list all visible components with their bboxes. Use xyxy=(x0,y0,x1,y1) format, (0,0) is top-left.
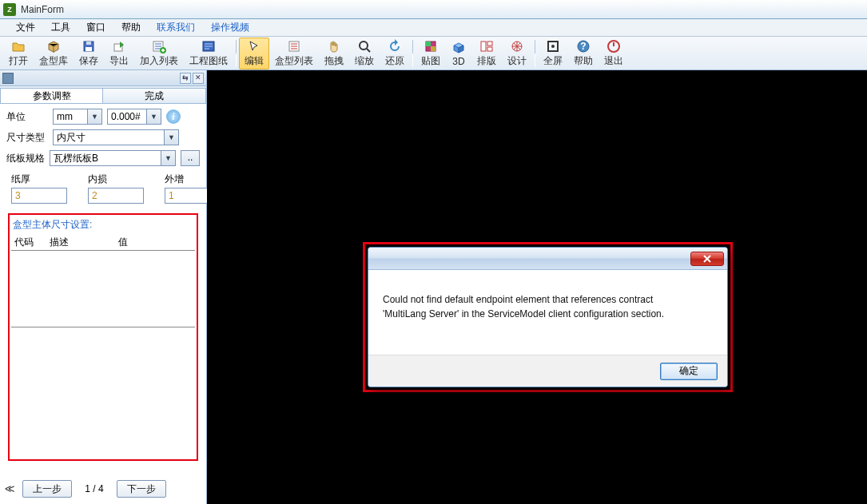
menu-video[interactable]: 操作视频 xyxy=(203,21,257,34)
cursor-icon xyxy=(247,39,261,54)
toolbar-exit-button[interactable]: 退出 xyxy=(599,38,629,69)
window-title: MainForm xyxy=(21,4,64,15)
thickness-input[interactable] xyxy=(11,188,67,204)
toolbar-separator xyxy=(412,40,413,67)
panel-pin-icon[interactable]: ⇆ xyxy=(180,73,191,84)
dialog-line2: 'MultiLang Server' in the ServiceModel c… xyxy=(383,307,713,321)
dialog-message: Could not find default endpoint element … xyxy=(368,270,727,355)
toolbar-addlist-button[interactable]: 加入列表 xyxy=(134,38,184,69)
toolbar-label: 拖拽 xyxy=(324,54,344,68)
menu-window[interactable]: 窗口 xyxy=(78,21,113,34)
viewport[interactable]: Could not find default endpoint element … xyxy=(207,70,867,504)
svg-point-8 xyxy=(360,42,368,50)
toolbar-layout-button[interactable]: 排版 xyxy=(471,38,502,69)
chevron-down-icon[interactable]: ▼ xyxy=(88,109,102,125)
dimtype-label: 尺寸类型 xyxy=(6,131,48,145)
tab-done[interactable]: 完成 xyxy=(103,88,206,103)
innerloss-input[interactable] xyxy=(88,188,144,204)
menu-help[interactable]: 帮助 xyxy=(113,21,149,34)
hand-icon xyxy=(327,39,341,54)
info-icon[interactable]: i xyxy=(166,109,181,124)
toolbar-label: 导出 xyxy=(109,54,129,68)
svg-rect-13 xyxy=(487,42,492,46)
toolbar-separator xyxy=(535,40,535,67)
format-select[interactable] xyxy=(107,109,147,125)
col-desc: 描述 xyxy=(50,236,118,249)
toolbar-label: 还原 xyxy=(385,54,404,68)
toolbar-help-button[interactable]: ?帮助 xyxy=(568,38,599,69)
board-select[interactable] xyxy=(50,150,161,166)
toolbar-label: 盒型列表 xyxy=(275,54,313,68)
col-value: 值 xyxy=(118,236,166,249)
col-code: 代码 xyxy=(14,236,50,249)
close-icon[interactable] xyxy=(690,252,724,266)
toolbar-fullscreen-button[interactable]: 全屏 xyxy=(538,38,568,69)
wizard-next-button[interactable]: 下一步 xyxy=(117,480,166,498)
toolbar-drag-button[interactable]: 拖拽 xyxy=(319,38,349,69)
wizard-bar: << 上一步 1 / 4 下一步 xyxy=(5,478,201,499)
export-icon xyxy=(112,39,126,54)
panel-close-icon[interactable]: ✕ xyxy=(193,73,204,84)
cube-icon xyxy=(451,41,466,55)
dialog-footer: 确定 xyxy=(368,355,727,387)
toolbar-label: 打开 xyxy=(9,54,28,68)
design-icon xyxy=(510,39,524,54)
toolbar-edit-button[interactable]: 编辑 xyxy=(239,38,269,69)
toolbar-texture-button[interactable]: 贴图 xyxy=(416,38,446,69)
dialog-ok-button[interactable]: 确定 xyxy=(660,363,718,380)
toolbar-3d-button[interactable]: 3D xyxy=(446,38,471,69)
app-icon: Z xyxy=(3,3,16,16)
svg-rect-12 xyxy=(481,42,486,51)
box-icon xyxy=(46,39,61,54)
toolbar-label: 加入列表 xyxy=(140,54,178,68)
svg-rect-10 xyxy=(426,42,431,46)
sidebar: ⇆ ✕ 参数调整 完成 单位 ▼ ▼ i 尺寸类型 xyxy=(0,70,207,504)
toolbar-label: 编辑 xyxy=(245,54,264,68)
toolbar-engdraw-button[interactable]: 工程图纸 xyxy=(184,38,233,69)
toolbar-export-button[interactable]: 导出 xyxy=(104,38,134,69)
error-dialog: Could not find default endpoint element … xyxy=(368,247,728,387)
toolbar-zoom-button[interactable]: 缩放 xyxy=(349,38,380,69)
panel-icon xyxy=(2,73,14,84)
toolbar-label: 退出 xyxy=(604,54,623,68)
svg-rect-1 xyxy=(86,42,91,45)
board-browse-button[interactable]: .. xyxy=(181,150,200,166)
main-dimensions-title: 盒型主体尺寸设置: xyxy=(13,218,92,232)
exit-icon xyxy=(607,39,621,54)
disk-icon xyxy=(82,39,96,54)
toolbar-boxlib-button[interactable]: 盒型库 xyxy=(34,38,74,69)
toolbar-label: 缩放 xyxy=(355,54,374,68)
zoom-icon xyxy=(357,39,372,54)
chevron-down-icon[interactable]: ▼ xyxy=(161,150,176,166)
chevron-down-icon[interactable]: ▼ xyxy=(147,109,161,125)
toolbar-design-button[interactable]: 设计 xyxy=(502,38,532,69)
chevron-down-icon[interactable]: ▼ xyxy=(165,129,179,145)
blueprint-icon xyxy=(201,39,216,54)
toolbar: 打开盒型库保存导出加入列表工程图纸编辑盒型列表拖拽缩放还原贴图3D排版设计全屏?… xyxy=(0,37,867,70)
toolbar-label: 工程图纸 xyxy=(189,54,228,68)
dialog-line1: Could not find default endpoint element … xyxy=(383,292,713,307)
wizard-first-icon[interactable]: << xyxy=(5,482,14,495)
toolbar-open-button[interactable]: 打开 xyxy=(3,38,34,69)
wizard-prev-button[interactable]: 上一步 xyxy=(22,480,72,498)
dialog-titlebar[interactable] xyxy=(368,248,727,270)
menu-tools[interactable]: 工具 xyxy=(43,21,78,34)
toolbar-boxlist-button[interactable]: 盒型列表 xyxy=(269,38,319,69)
toolbar-label: 盒型库 xyxy=(39,54,68,68)
toolbar-separator xyxy=(236,40,237,67)
toolbar-save-button[interactable]: 保存 xyxy=(74,38,104,69)
toolbar-label: 贴图 xyxy=(421,54,440,68)
texture-icon xyxy=(424,39,438,54)
toolbar-restore-button[interactable]: 还原 xyxy=(380,38,410,69)
params-panel: 单位 ▼ ▼ i 尺寸类型 ▼ 纸板规格 xyxy=(0,104,206,461)
fullscreen-icon xyxy=(546,39,560,54)
toolbar-label: 全屏 xyxy=(543,54,563,68)
toolbar-label: 3D xyxy=(452,56,464,67)
tab-params[interactable]: 参数调整 xyxy=(0,88,103,103)
sidebar-header: ⇆ ✕ xyxy=(0,70,206,86)
menu-contact[interactable]: 联系我们 xyxy=(149,21,203,34)
dimtype-select[interactable] xyxy=(53,129,165,145)
unit-select[interactable] xyxy=(53,109,88,125)
board-label: 纸板规格 xyxy=(6,152,45,165)
menu-file[interactable]: 文件 xyxy=(8,21,43,34)
